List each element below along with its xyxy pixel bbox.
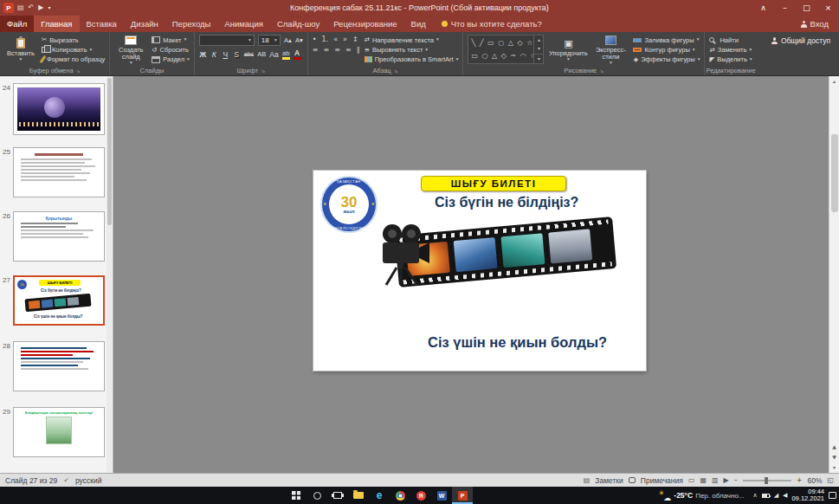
tab-slideshow[interactable]: Слайд-шоу [270,16,326,32]
text-direction-button[interactable]: ⇄ Направление текста ▾ [365,36,459,44]
justify-button[interactable]: ≡ [345,47,352,54]
quick-styles-button[interactable]: Экспресс-стили ▾ [592,35,629,64]
shape-effects-button[interactable]: ◈ Эффекты фигуры ▾ [633,55,700,64]
font-name-combobox[interactable]: ▾ [199,35,255,46]
shapes-scroll-down-button[interactable]: ▾ [534,44,543,53]
fit-slide-button[interactable]: ◱ [827,477,834,484]
tab-design[interactable]: Дизайн [124,16,165,32]
tell-me-box[interactable]: Что вы хотите сделать? [442,16,542,32]
tray-overflow-button[interactable]: ∧ [753,493,758,499]
scroll-up-button[interactable]: ▴ [829,76,839,87]
arrange-button[interactable]: ▣ Упорядочить ▾ [548,35,588,64]
battery-icon[interactable] [762,494,770,498]
share-button[interactable]: Общий доступ [771,36,830,45]
scrollbar-thumb[interactable] [831,134,838,212]
section-button[interactable]: Раздел ▾ [152,55,190,64]
shape-outline-button[interactable]: Контур фигуры ▾ [633,45,700,54]
file-explorer-button[interactable] [348,487,369,504]
customize-qat-button[interactable]: ▾ [47,5,51,10]
change-case-button[interactable]: Аа [269,50,279,59]
replace-button[interactable]: ⇄ Заменить ▾ [709,45,752,54]
network-icon[interactable]: ◢ [774,493,778,499]
numbering-button[interactable]: 1. [322,36,329,43]
shapes-scroll-up-button[interactable]: ▴ [534,36,543,44]
character-spacing-button[interactable]: АВ [257,50,266,58]
task-view-button[interactable] [327,487,348,504]
shrink-font-button[interactable]: А▾ [295,36,303,44]
scrollbar-thumb[interactable] [107,78,112,225]
next-slide-button[interactable]: ▼ [832,452,836,462]
font-size-combobox[interactable]: 18 ▾ [258,35,281,46]
close-button[interactable]: × [817,0,839,16]
search-button[interactable] [307,487,327,504]
tab-transitions[interactable]: Переходы [165,16,218,32]
action-center-button[interactable] [829,492,836,499]
scroll-down-button[interactable]: ▾ [832,462,836,473]
vertical-scrollbar[interactable]: ▴ ▲ ▼ ▾ [829,76,839,473]
paste-button[interactable]: Вставить ▾ [4,35,37,64]
shapes-more-button[interactable]: ▾ [534,54,543,63]
chrome-button[interactable] [390,487,410,504]
slide-indicator[interactable]: Слайд 27 из 29 [5,476,57,485]
save-button[interactable]: ▤ [16,4,25,11]
slide-canvas-area[interactable]: ШЫҒУ БИЛЕТІ ҚАЗАҚСТАН ТӘУЕЛСІЗДІГІНЕ ★ ★… [113,76,839,473]
slide-27[interactable]: ШЫҒУ БИЛЕТІ ҚАЗАҚСТАН ТӘУЕЛСІЗДІГІНЕ ★ ★… [313,171,646,371]
bullets-button[interactable]: • [313,36,317,43]
tab-view[interactable]: Вид [404,16,433,32]
zoom-slider-knob[interactable] [765,477,768,484]
maximize-button[interactable]: □ [796,0,817,16]
shape-fill-button[interactable]: Заливка фигуры ▾ [633,36,700,44]
tab-animation[interactable]: Анимация [217,16,270,32]
reset-button[interactable]: ↺ Сбросить [152,45,190,54]
text-shadow-button[interactable]: S [233,50,241,59]
grow-font-button[interactable]: А▴ [284,36,292,44]
slide-sorter-view-button[interactable]: ▦ [700,477,707,484]
slideshow-view-button[interactable]: ▶ [724,477,729,484]
font-color-button[interactable]: А [294,48,301,60]
dialog-launcher-icon[interactable]: ⇘ [394,68,398,74]
zoom-out-button[interactable]: – [734,477,738,484]
align-text-button[interactable]: ≡ Выровнять текст ▾ [365,45,459,54]
normal-view-button[interactable]: ▭ [688,477,695,484]
tab-insert[interactable]: Вставка [80,16,124,32]
exit-ticket-banner[interactable]: ШЫҒУ БИЛЕТІ [421,176,566,191]
powerpoint-taskbar-button[interactable]: P [452,487,473,504]
align-center-button[interactable]: ≡ [324,47,330,54]
tab-home[interactable]: Главная [34,16,79,32]
slide-thumbnail-29[interactable]: 29 Конференция хатшыларының есептері [0,407,107,461]
align-left-button[interactable]: ≡ [313,47,319,54]
yandex-browser-button[interactable]: Я [410,487,431,504]
kazakhstan-30-years-logo[interactable]: ҚАЗАҚСТАН ТӘУЕЛСІЗДІГІНЕ ★ ★ 30 жыл [322,178,376,231]
dialog-launcher-icon[interactable]: ⇘ [599,68,603,74]
format-painter-button[interactable]: Формат по образцу [42,55,105,64]
spellcheck-icon[interactable]: ✓ [63,477,69,484]
slide-thumbnail-25[interactable]: 25 [0,147,107,201]
question-top-text[interactable]: Сіз бүгін не білдіңіз? [435,195,578,210]
zoom-in-button[interactable]: + [797,477,803,484]
undo-button[interactable]: ↶ [28,4,35,11]
line-spacing-button[interactable]: ↕ [352,36,358,43]
zoom-slider[interactable] [743,480,791,481]
edge-button[interactable]: e [369,487,390,504]
italic-button[interactable]: К [210,50,218,59]
slide-thumbnail-27-selected[interactable]: 27 ШЫҒУ БИЛЕТІ 30 Сіз бүгін не білдіңіз?… [0,275,107,331]
copy-button[interactable]: Копировать ▾ [42,45,105,54]
convert-to-smartart-button[interactable]: Преобразовать в SmartArt ▾ [365,55,459,64]
underline-button[interactable]: Ч [222,50,229,59]
highlight-color-button[interactable]: ab [282,49,290,60]
layout-button[interactable]: Макет ▾ [152,36,190,44]
powerpoint-app-icon[interactable]: P [3,3,14,13]
shapes-gallery[interactable]: ╲ ╱ ▭ ○ △ ◇ ☆ → ▭ ○ △ ◇ ~ ◠ ☆ → ▴ ▾ ▾ [468,35,544,64]
slide-thumbnail-24[interactable]: 24 [0,83,107,139]
language-indicator[interactable]: русский [75,476,102,485]
tab-file[interactable]: Файл [0,16,34,32]
comments-button[interactable]: Примечания [641,476,683,485]
volume-icon[interactable]: ◀ [783,493,787,499]
start-button[interactable] [286,487,307,504]
movie-camera-graphic[interactable] [378,223,431,287]
align-right-button[interactable]: ≡ [334,47,340,54]
dialog-launcher-icon[interactable]: ⇘ [261,68,265,74]
decrease-indent-button[interactable]: « [333,36,338,43]
sign-in-button[interactable]: Вход [801,16,839,32]
bold-button[interactable]: Ж [199,50,207,59]
